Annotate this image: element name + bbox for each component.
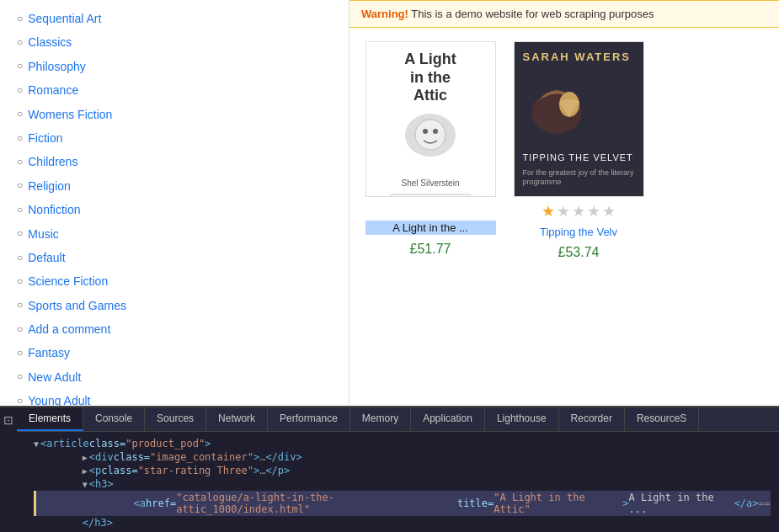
sidebar-link-10[interactable]: Default (28, 248, 65, 267)
content-area: Warning! This is a demo website for web … (349, 0, 779, 406)
sidebar-link-11[interactable]: Science Fiction (28, 272, 108, 290)
bullet-6: ○ (17, 154, 23, 170)
sidebar-item-8[interactable]: ○Nonfiction (0, 198, 349, 221)
sidebar-link-5[interactable]: Fiction (28, 129, 62, 147)
sidebar-link-12[interactable]: Sports and Games (28, 296, 126, 315)
sidebar-item-16[interactable]: ○Young Adult (0, 389, 349, 406)
book2-price: £53.74 (558, 245, 600, 260)
sidebar: ○Sequential Art○Classics○Philosophy○Roma… (0, 0, 349, 406)
sidebar-item-7[interactable]: ○Religion (0, 174, 349, 198)
bullet-3: ○ (17, 82, 23, 98)
star-empty-5: ★ (602, 202, 616, 221)
sidebar-link-13[interactable]: Add a comment (28, 320, 110, 338)
sidebar-link-16[interactable]: Young Adult (28, 391, 90, 406)
sidebar-item-9[interactable]: ○Music (0, 222, 349, 246)
bullet-4: ○ (17, 106, 23, 122)
book-card-2: SARAH WATERS TIPPING THE VELVET For the … (511, 41, 646, 392)
sidebar-item-0[interactable]: ○Sequential Art (0, 7, 349, 30)
book1-link[interactable]: A Light in the ... (365, 221, 496, 235)
star-filled-1: ★ (542, 202, 555, 221)
sidebar-link-9[interactable]: Music (28, 225, 59, 243)
devtools-tab-application[interactable]: Application (411, 407, 485, 431)
code-line-wrapper-2: ▶ <p class="star-rating Three">…</p> (8, 464, 771, 477)
sidebar-item-15[interactable]: ○New Adult (0, 365, 349, 389)
bullet-2: ○ (17, 58, 23, 74)
sidebar-link-1[interactable]: Classics (28, 33, 72, 51)
book-cover-1: A Light in the Attic Sh (366, 42, 495, 196)
bullet-5: ○ (17, 130, 23, 146)
sidebar-item-6[interactable]: ○Childrens (0, 150, 349, 173)
svg-point-1 (423, 129, 428, 134)
devtools-tab-sources[interactable]: Sources (145, 407, 206, 431)
bullet-10: ○ (17, 250, 23, 266)
sidebar-link-2[interactable]: Philosophy (28, 57, 86, 76)
sidebar-item-2[interactable]: ○Philosophy (0, 55, 349, 78)
devtools-tabs: ElementsConsoleSourcesNetworkPerformance… (17, 407, 779, 432)
bullet-0: ○ (17, 11, 23, 27)
bullet-7: ○ (17, 178, 23, 194)
code-line-1: ▶ <div class="image_container">…</div> (34, 450, 771, 464)
book2-link[interactable]: Tipping the Velv (540, 226, 617, 238)
book2-author: SARAH WATERS (523, 51, 631, 63)
sidebar-link-8[interactable]: Nonfiction (28, 200, 80, 219)
devtools-tab-resources[interactable]: ResourceS (625, 407, 699, 431)
sidebar-item-5[interactable]: ○Fiction (0, 126, 349, 150)
sidebar-item-13[interactable]: ○Add a comment (0, 317, 349, 341)
sidebar-link-6[interactable]: Childrens (28, 152, 77, 171)
code-tag: <a (134, 497, 146, 509)
devtools-tab-network[interactable]: Network (206, 407, 268, 431)
star-empty-2: ★ (557, 202, 570, 221)
bullet-16: ○ (17, 393, 23, 406)
code-line-wrapper-1: ▶ <div class="image_container">…</div> (8, 450, 771, 464)
devtools-code-panel: ▼ <article class="product_pod"> ▶ <div c… (0, 432, 779, 532)
code-line-wrapper-3: ▼ <h3> (8, 477, 771, 491)
sidebar-item-1[interactable]: ○Classics (0, 30, 349, 54)
devtools-tab-memory[interactable]: Memory (350, 407, 411, 431)
devtools-tabs-row: ⊡ ElementsConsoleSourcesNetworkPerforman… (0, 407, 779, 432)
code-line-0: ▼ <article class="product_pod"> (34, 437, 771, 450)
code-line-4[interactable]: <a href="catalogue/a-light-in-the-attic_… (34, 491, 771, 516)
book2-subtitle: For the greatest joy of the literary pro… (523, 168, 635, 188)
sidebar-item-11[interactable]: ○Science Fiction (0, 269, 349, 293)
devtools-panel: ⊡ ElementsConsoleSourcesNetworkPerforman… (0, 406, 779, 532)
devtools-tab-lighthouse[interactable]: Lighthouse (485, 407, 559, 431)
bullet-11: ○ (17, 274, 23, 290)
code-line-wrapper-5: </h3> (8, 516, 771, 529)
book1-author: Shel Silverstein (402, 178, 460, 188)
star-empty-4: ★ (587, 202, 600, 221)
sidebar-item-14[interactable]: ○Fantasy (0, 341, 349, 364)
devtools-tab-recorder[interactable]: Recorder (559, 407, 625, 431)
code-line-2: ▶ <p class="star-rating Three">…</p> (34, 464, 771, 477)
warning-text: This is a demo website for web scraping … (411, 8, 654, 20)
bullet-9: ○ (17, 226, 23, 242)
star-empty-3: ★ (572, 202, 585, 221)
sidebar-link-14[interactable]: Fantasy (28, 343, 70, 362)
bullet-12: ○ (17, 297, 23, 313)
bullet-13: ○ (17, 322, 23, 338)
devtools-tab-elements[interactable]: Elements (17, 407, 83, 431)
sidebar-link-0[interactable]: Sequential Art (28, 9, 101, 28)
sidebar-item-3[interactable]: ○Romance (0, 78, 349, 102)
sidebar-link-3[interactable]: Romance (28, 81, 78, 99)
sidebar-link-7[interactable]: Religion (28, 177, 71, 195)
bullet-1: ○ (17, 35, 23, 51)
tooltip: a 96.51 × 16 (390, 194, 470, 197)
code-line-wrapper-0: ▼ <article class="product_pod"> (8, 437, 771, 450)
devtools-toggle-icon[interactable]: ⊡ (0, 413, 17, 427)
book1-illustration (405, 114, 456, 157)
sidebar-link-4[interactable]: Womens Fiction (28, 105, 112, 124)
svg-point-2 (433, 129, 438, 134)
bullet-8: ○ (17, 202, 23, 218)
warning-banner: Warning! This is a demo website for web … (349, 0, 779, 28)
book-card-1: A Light in the Attic Sh (363, 41, 498, 392)
sidebar-item-4[interactable]: ○Womens Fiction (0, 103, 349, 126)
book2-stars: ★ ★ ★ ★ ★ (542, 202, 616, 221)
devtools-tab-performance[interactable]: Performance (268, 407, 350, 431)
sidebar-item-10[interactable]: ○Default (0, 246, 349, 269)
sidebar-link-15[interactable]: New Adult (28, 368, 81, 386)
sidebar-item-12[interactable]: ○Sports and Games (0, 294, 349, 317)
devtools-tab-console[interactable]: Console (83, 407, 145, 431)
book1-title: A Light in the Attic (404, 51, 456, 105)
book-cover-1-wrapper: A Light in the Attic Sh (365, 41, 496, 197)
book2-illustration (523, 83, 590, 142)
